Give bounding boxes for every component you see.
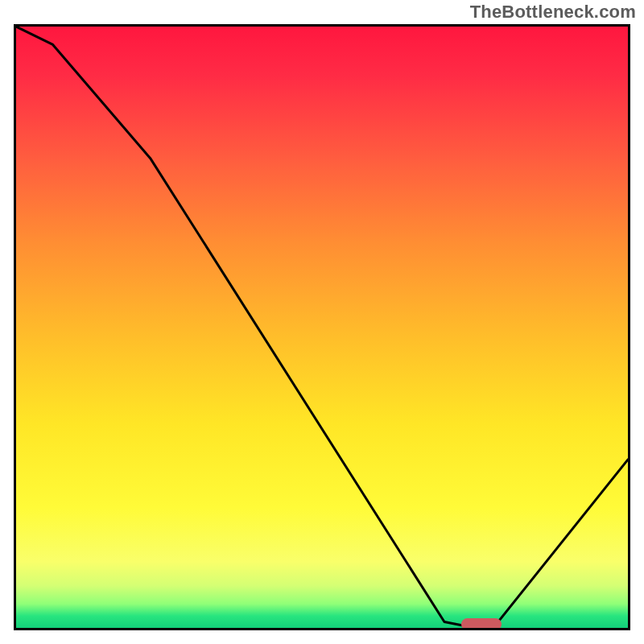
chart-container: TheBottleneck.com <box>0 0 644 644</box>
watermark-text: TheBottleneck.com <box>470 2 636 23</box>
bottleneck-curve <box>16 27 628 628</box>
optimum-marker <box>461 618 502 630</box>
plot-area <box>14 24 630 630</box>
